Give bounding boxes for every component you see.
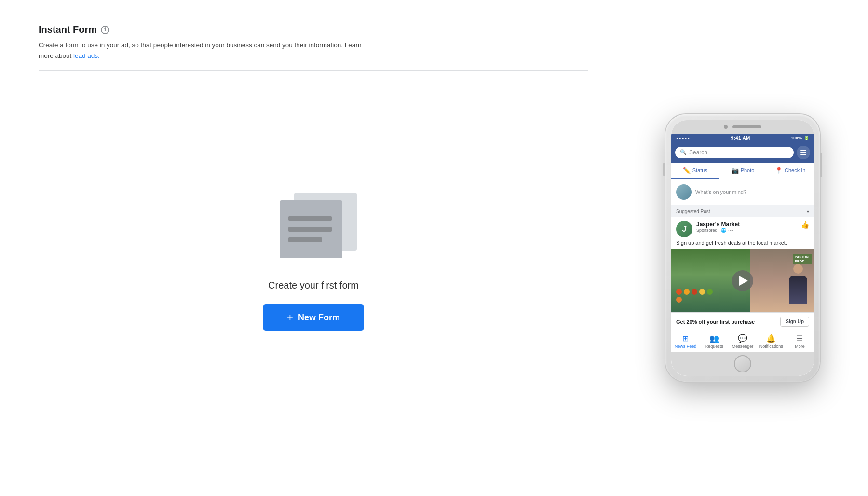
like-icon[interactable]: 👍	[801, 221, 809, 229]
suggested-label: Suggested Post	[676, 209, 710, 214]
new-form-button[interactable]: + New Form	[263, 304, 364, 331]
nav-requests[interactable]: 👥 Requests	[700, 334, 728, 349]
more-label: More	[795, 344, 805, 349]
bottom-nav: ⊞ News Feed 👥 Requests 💬 Messenger 🔔 Not…	[671, 331, 814, 352]
notifications-icon: 🔔	[766, 334, 776, 343]
more-icon: ☰	[796, 334, 803, 343]
produce-2	[684, 289, 690, 295]
phone-screen: ●●●●● 9:41 AM 100% 🔋 🔍 Search	[671, 120, 814, 376]
nav-messenger[interactable]: 💬 Messenger	[728, 334, 757, 349]
facebook-search-bar: 🔍 Search	[671, 143, 814, 163]
form-line-2	[288, 227, 332, 232]
produce-3	[692, 289, 697, 295]
form-line-1	[288, 216, 332, 221]
header-section: Instant Form ℹ Create a form to use in y…	[39, 24, 588, 71]
create-form-label: Create your first form	[268, 280, 359, 291]
page-container: Instant Form ℹ Create a form to use in y…	[0, 0, 868, 496]
phone-speaker	[732, 125, 761, 128]
photo-tab-label: Photo	[741, 167, 755, 173]
form-front-page	[280, 200, 342, 258]
phone-top-bar	[671, 120, 814, 134]
power-button	[820, 153, 822, 177]
checkin-tab-label: Check In	[785, 167, 805, 173]
news-feed-label: News Feed	[675, 344, 697, 349]
center-section: Create your first form + New Form	[39, 81, 588, 477]
produce-circles	[676, 289, 715, 303]
action-tabs: ✏️ Status 📷 Photo 📍 Check In	[671, 163, 814, 179]
lead-ads-link[interactable]: lead ads.	[73, 52, 100, 59]
ad-image: PASTUREPROD...	[671, 249, 814, 312]
ad-info: Jasper's Market Sponsored · 🌐 · ···	[696, 221, 801, 233]
search-icon: 🔍	[680, 149, 687, 155]
new-form-label: New Form	[298, 313, 340, 323]
ad-sponsored-label: Sponsored · 🌐 · ···	[696, 228, 801, 233]
news-feed-icon: ⊞	[682, 334, 689, 343]
search-input-wrap[interactable]: 🔍 Search	[675, 147, 794, 158]
checkin-icon: 📍	[775, 167, 783, 174]
menu-line-2	[800, 152, 806, 153]
signal-dots: ●●●●●	[676, 136, 690, 140]
form-line-3	[288, 237, 322, 242]
post-composer[interactable]: What's on your mind?	[671, 179, 814, 205]
title-row: Instant Form ℹ	[39, 24, 588, 35]
divider	[39, 70, 588, 71]
left-panel: Instant Form ℹ Create a form to use in y…	[0, 0, 617, 496]
ad-cta: Get 20% off your first purchase Sign Up	[671, 312, 814, 331]
chevron-down-icon: ▾	[807, 209, 809, 214]
sign-up-button[interactable]: Sign Up	[780, 317, 809, 327]
info-icon[interactable]: ℹ	[101, 26, 109, 34]
subtitle-text: Create a form to use in your ad, so that…	[39, 40, 376, 61]
tab-status[interactable]: ✏️ Status	[671, 163, 719, 179]
produce-5	[707, 289, 713, 295]
facebook-menu-icon[interactable]	[797, 146, 810, 159]
status-time: 9:41 AM	[731, 136, 750, 141]
nav-more[interactable]: ☰ More	[786, 334, 814, 349]
person-body	[789, 276, 807, 304]
ad-avatar-letter: J	[682, 225, 687, 234]
requests-icon: 👥	[709, 334, 719, 343]
play-button[interactable]	[732, 270, 753, 291]
camera-dot	[724, 125, 728, 129]
right-panel: ●●●●● 9:41 AM 100% 🔋 🔍 Search	[617, 0, 868, 496]
pasture-badge: PASTUREPROD...	[793, 254, 812, 264]
form-illustration	[270, 188, 357, 265]
ad-cta-text: Get 20% off your first purchase	[676, 318, 755, 325]
requests-label: Requests	[705, 344, 723, 349]
notifications-label: Notifications	[760, 344, 783, 349]
phone-home-bar	[671, 352, 814, 376]
menu-line-3	[800, 154, 806, 155]
status-tab-label: Status	[692, 167, 707, 173]
tab-photo[interactable]: 📷 Photo	[719, 163, 767, 179]
battery-icon: 🔋	[804, 136, 809, 140]
menu-line-1	[800, 150, 806, 151]
ad-card: J Jasper's Market Sponsored · 🌐 · ··· 👍 …	[671, 217, 814, 331]
ad-body-text: Sign up and get fresh deals at the local…	[671, 239, 814, 249]
battery-label: 100%	[791, 136, 802, 140]
nav-news-feed[interactable]: ⊞ News Feed	[671, 334, 700, 349]
person-silhouette	[785, 264, 812, 312]
produce-6	[676, 297, 682, 303]
search-placeholder-text: Search	[689, 149, 707, 156]
user-avatar	[676, 184, 692, 200]
home-button[interactable]	[734, 355, 751, 372]
phone-mockup: ●●●●● 9:41 AM 100% 🔋 🔍 Search	[665, 114, 820, 382]
market-right: PASTUREPROD...	[750, 249, 814, 312]
battery-area: 100% 🔋	[791, 136, 809, 140]
composer-placeholder: What's on your mind?	[695, 189, 809, 195]
person-head	[793, 264, 803, 274]
ad-header: J Jasper's Market Sponsored · 🌐 · ··· 👍	[671, 217, 814, 239]
produce-4	[699, 289, 705, 295]
produce-1	[676, 289, 682, 295]
page-title: Instant Form	[39, 24, 97, 35]
volume-button	[663, 163, 665, 176]
photo-icon: 📷	[731, 167, 739, 174]
tab-checkin[interactable]: 📍 Check In	[766, 163, 814, 179]
play-triangle-icon	[739, 276, 748, 286]
plus-icon: +	[287, 312, 293, 323]
menu-lines	[800, 150, 806, 155]
status-bar: ●●●●● 9:41 AM 100% 🔋	[671, 134, 814, 143]
ad-avatar: J	[676, 221, 692, 237]
signal-area: ●●●●●	[676, 136, 690, 140]
status-icon: ✏️	[683, 167, 691, 174]
nav-notifications[interactable]: 🔔 Notifications	[757, 334, 786, 349]
